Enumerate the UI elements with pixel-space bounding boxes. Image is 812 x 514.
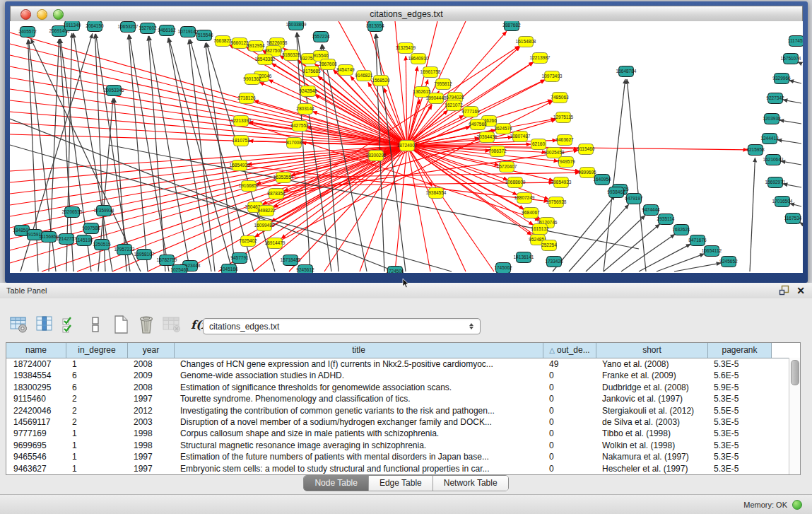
column-header-short[interactable]: short xyxy=(596,343,708,358)
table-row[interactable]: 911546021997Tourette syndrome. Phenomeno… xyxy=(6,393,800,404)
column-header-pagerank[interactable]: pagerank xyxy=(708,343,772,358)
table-cell[interactable]: 5.3E-5 xyxy=(708,463,772,474)
graph-edge[interactable] xyxy=(674,263,721,271)
table-cell[interactable]: 5.3E-5 xyxy=(708,416,772,428)
close-window-button[interactable] xyxy=(20,9,31,20)
table-row[interactable]: 946362711997Embryonic stem cells: a mode… xyxy=(6,463,800,474)
table-cell[interactable]: 22420046 xyxy=(6,405,66,416)
table-cell[interactable]: Corpus callosum shape and size in male p… xyxy=(175,428,543,439)
table-cell[interactable]: Investigating the contribution of common… xyxy=(175,405,543,416)
minimize-window-button[interactable] xyxy=(37,9,47,20)
table-cell[interactable]: 2003 xyxy=(128,416,175,428)
table-row[interactable]: 1938455462009Genome-wide association stu… xyxy=(6,370,800,381)
table-cell[interactable]: Disruption of a novel member of a sodium… xyxy=(175,416,543,428)
graph-edge[interactable] xyxy=(783,184,801,187)
graph-edge[interactable] xyxy=(148,36,165,271)
table-cell[interactable]: 0 xyxy=(543,463,596,474)
table-cell[interactable]: 18300295 xyxy=(6,382,66,393)
table-cell[interactable]: 0 xyxy=(543,393,596,404)
table-scrollbar[interactable] xyxy=(789,358,800,474)
table-row[interactable]: 977716911998Corpus callosum shape and si… xyxy=(6,428,800,439)
table-cell[interactable]: 1997 xyxy=(128,463,175,474)
graph-edge[interactable] xyxy=(407,21,437,146)
table-cell[interactable]: 2 xyxy=(66,393,128,404)
table-cell[interactable]: 0 xyxy=(543,382,596,393)
table-row[interactable]: 1830029562008Estimation of significance … xyxy=(6,382,800,393)
table-row[interactable]: 1872400712008Changes of HCN gene express… xyxy=(6,358,800,370)
graph-edge[interactable] xyxy=(169,38,233,271)
column-pair-icon[interactable] xyxy=(85,314,106,335)
table-cell[interactable]: de Silva et al. (2003) xyxy=(596,416,708,428)
graph-edge[interactable] xyxy=(168,38,211,271)
graph-edge[interactable] xyxy=(189,40,215,271)
column-header-year[interactable]: year xyxy=(128,343,175,358)
table-cell[interactable]: 0 xyxy=(543,440,596,451)
delete-table-icon[interactable] xyxy=(136,314,157,335)
graph-edge[interactable] xyxy=(627,79,646,271)
table-row[interactable]: 1456911722003Disruption of a novel membe… xyxy=(6,416,800,428)
table-cell[interactable]: 19384554 xyxy=(6,370,66,381)
table-cell[interactable]: Estimation of significance thresholds fo… xyxy=(175,382,543,393)
table-cell[interactable]: 2009 xyxy=(128,370,175,381)
table-row[interactable]: 2242004622012Investigating the contribut… xyxy=(6,405,800,416)
table-cell[interactable]: Tibbo et al. (1998) xyxy=(596,428,708,439)
table-cell[interactable]: 5.3E-5 xyxy=(708,393,772,404)
table-cell[interactable]: Wolkin et al. (1998) xyxy=(596,440,708,451)
table-cell[interactable]: 2012 xyxy=(128,405,175,416)
graph-edge[interactable] xyxy=(129,35,148,271)
table-cell[interactable]: Dudbridge et al. (2008) xyxy=(596,382,708,393)
table-cell[interactable]: 5.3E-5 xyxy=(708,428,772,439)
table-selector-dropdown[interactable]: citations_edges.txt xyxy=(203,318,481,334)
table-cell[interactable]: 9463627 xyxy=(6,463,66,474)
table-mode-icon[interactable] xyxy=(8,314,30,335)
table-cell[interactable]: Hescheler et al. (1997) xyxy=(596,463,708,474)
table-cell[interactable]: 0 xyxy=(543,416,596,428)
table-cell[interactable]: 0 xyxy=(543,451,596,462)
table-cell[interactable]: Nakamura et al. (1997) xyxy=(596,451,708,462)
table-cell[interactable]: 1 xyxy=(66,428,128,439)
table-cell[interactable]: Embryonic stem cells: a model to study s… xyxy=(175,463,543,474)
table-scrollbar-thumb[interactable] xyxy=(791,360,799,385)
table-cell[interactable]: Franke et al. (2009) xyxy=(596,370,708,381)
row-select-icon[interactable] xyxy=(59,314,81,335)
table-cell[interactable]: Estimation of the future numbers of pati… xyxy=(175,451,543,462)
table-cell[interactable]: 5.3E-5 xyxy=(708,451,772,462)
graph-edge[interactable] xyxy=(783,100,801,103)
tab-node-table[interactable]: Node Table xyxy=(304,476,368,491)
table-cell[interactable]: 9699695 xyxy=(6,440,66,451)
close-panel-icon[interactable]: ✕ xyxy=(796,286,805,296)
table-cell[interactable]: 1997 xyxy=(128,393,175,404)
graph-edge[interactable] xyxy=(781,161,801,165)
tab-network-table[interactable]: Network Table xyxy=(433,476,508,491)
tab-edge-table[interactable]: Edge Table xyxy=(368,476,433,491)
table-cell[interactable]: Yano et al. (2008) xyxy=(596,358,708,370)
table-cell[interactable]: Tourette syndrome. Phenomenology and cla… xyxy=(175,393,543,404)
table-cell[interactable]: Stergiakouli et al. (2012) xyxy=(596,405,708,416)
table-cell[interactable]: 6 xyxy=(66,370,128,381)
graph-edge[interactable] xyxy=(789,81,801,83)
table-cell[interactable]: 5.5E-5 xyxy=(708,405,772,416)
table-cell[interactable]: Structural magnetic resonance image aver… xyxy=(175,440,543,451)
table-cell[interactable]: Genome-wide association studies in ADHD. xyxy=(175,370,543,381)
table-cell[interactable]: 2 xyxy=(66,405,128,416)
float-panel-icon[interactable] xyxy=(779,285,789,296)
table-row[interactable]: 946554611997Estimation of the future num… xyxy=(6,451,800,462)
table-cell[interactable]: 18724007 xyxy=(6,358,66,370)
table-cell[interactable]: 0 xyxy=(543,428,596,439)
table-cell[interactable]: 1 xyxy=(66,463,128,474)
table-cell[interactable]: 9115460 xyxy=(6,393,66,404)
network-canvas[interactable]: 1872400718300295193845547663822866012389… xyxy=(10,21,803,273)
graph-edge[interactable] xyxy=(10,146,407,239)
column-header-name[interactable]: name xyxy=(6,343,66,358)
table-cell[interactable]: 5.3E-5 xyxy=(708,440,772,451)
table-row[interactable]: 969969511998Structural magnetic resonanc… xyxy=(6,440,800,451)
graph-edge[interactable] xyxy=(621,234,675,271)
graph-edge[interactable] xyxy=(779,120,801,124)
table-cell[interactable]: 0 xyxy=(543,405,596,416)
graph-edge[interactable] xyxy=(657,254,705,271)
table-cell[interactable]: 49 xyxy=(543,358,596,370)
table-cell[interactable]: 9465546 xyxy=(6,451,66,462)
table-cell[interactable]: 2008 xyxy=(128,382,175,393)
table-cell[interactable]: 1998 xyxy=(128,428,175,439)
graph-edge[interactable] xyxy=(790,204,801,206)
